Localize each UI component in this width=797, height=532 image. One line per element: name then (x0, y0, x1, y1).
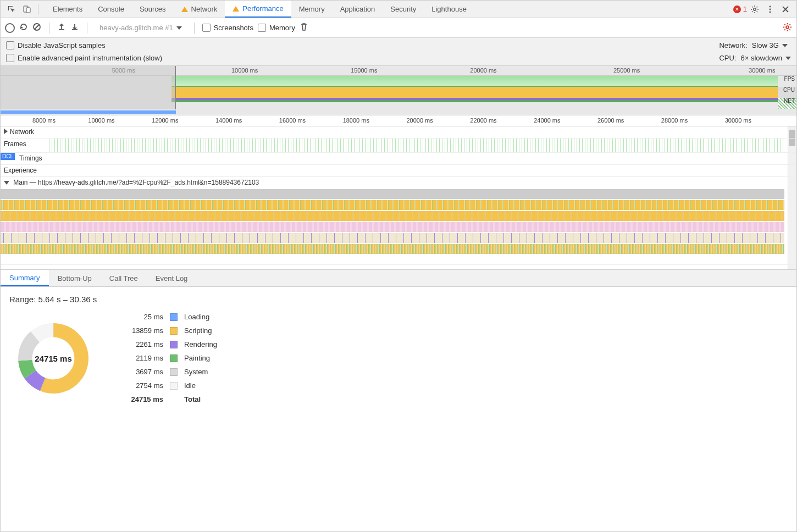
svg-rect-1 (26, 8, 30, 13)
svg-point-7 (786, 26, 789, 29)
capture-options: Disable JavaScript samples Enable advanc… (1, 38, 796, 66)
record-button[interactable] (5, 23, 15, 33)
ruler-tick: 30000 ms (749, 67, 775, 74)
checkbox-icon (6, 54, 14, 62)
ruler-tick: 10000 ms (88, 117, 114, 124)
legend-ms: 2261 ms (119, 340, 163, 348)
overview-timeline[interactable]: 5000 ms10000 ms15000 ms20000 ms25000 ms3… (1, 66, 796, 115)
network-label: Network: (719, 41, 747, 49)
flame-row[interactable] (1, 244, 784, 254)
flame-row[interactable] (1, 189, 784, 199)
ruler-tick: 14000 ms (215, 117, 242, 124)
summary-legend: 25 msLoading13859 msScripting2261 msRend… (119, 313, 217, 403)
timings-track[interactable]: DCL Timings (1, 153, 796, 165)
legend-label: System (184, 368, 217, 376)
ruler-tick: 20000 ms (406, 117, 433, 124)
checkbox-icon (258, 24, 266, 32)
svg-point-2 (754, 8, 756, 10)
experience-track[interactable]: Experience (1, 165, 796, 177)
checkbox-icon (202, 24, 211, 32)
trash-icon[interactable] (300, 23, 308, 33)
error-badge[interactable]: 1 (733, 5, 747, 13)
dcl-marker: DCL (1, 153, 15, 160)
flame-row[interactable] (1, 211, 784, 221)
tab-security[interactable]: Security (383, 1, 424, 18)
expand-icon[interactable] (4, 129, 8, 134)
chevron-down-icon (782, 44, 788, 47)
chevron-down-icon (176, 26, 182, 30)
inspect-icon[interactable] (4, 2, 19, 17)
ruler-tick: 12000 ms (152, 117, 178, 124)
flame-row[interactable] (1, 233, 784, 243)
overview-net-strip (1, 110, 176, 114)
details-tab-call-tree[interactable]: Call Tree (101, 270, 147, 286)
cpu-label: CPU: (719, 54, 736, 62)
screenshots-checkbox[interactable]: Screenshots (202, 24, 253, 32)
reload-icon[interactable] (19, 23, 28, 33)
main-thread-track[interactable]: Main — https://heavy-ads.glitch.me/?ad=%… (1, 177, 796, 265)
legend-label: Rendering (184, 340, 217, 348)
flame-row[interactable] (1, 200, 784, 210)
settings-gear-icon[interactable] (747, 2, 762, 17)
tab-application[interactable]: Application (333, 1, 383, 18)
legend-swatch (170, 368, 178, 376)
disable-js-checkbox[interactable]: Disable JavaScript samples (6, 41, 162, 49)
ruler-tick: 15000 ms (351, 67, 377, 74)
svg-point-4 (770, 8, 771, 10)
tab-performance[interactable]: Performance (225, 1, 291, 18)
ruler-tick: 28000 ms (661, 117, 688, 124)
legend-ms: 3697 ms (119, 368, 163, 376)
legend-ms: 2119 ms (119, 354, 163, 362)
legend-ms: 13859 ms (119, 326, 163, 335)
performance-toolbar: heavy-ads.glitch.me #1 Screenshots Memor… (1, 18, 796, 38)
memory-checkbox[interactable]: Memory (258, 24, 295, 32)
cpu-chart (171, 87, 778, 102)
svg-point-5 (770, 11, 771, 13)
tab-elements[interactable]: Elements (45, 1, 90, 18)
network-track[interactable]: Network (1, 126, 796, 138)
warning-icon (233, 6, 239, 12)
legend-ms: 25 ms (119, 313, 163, 321)
checkbox-icon (6, 41, 14, 49)
ruler-tick: 8000 ms (32, 117, 56, 124)
details-tab-bottom-up[interactable]: Bottom-Up (49, 270, 101, 286)
load-profile-icon[interactable] (57, 23, 66, 33)
summary-panel: Range: 5.64 s – 30.36 s 24715 ms 25 msLo… (1, 287, 796, 411)
network-throttle-select[interactable]: Slow 3G (752, 41, 788, 49)
ruler-tick: 10000 ms (231, 67, 258, 74)
capture-settings-gear-icon[interactable] (783, 23, 792, 34)
svg-point-3 (770, 5, 771, 7)
frames-track[interactable]: Frames (1, 138, 796, 153)
ruler-tick: 18000 ms (343, 117, 369, 124)
recording-select[interactable]: heavy-ads.glitch.me #1 (95, 24, 186, 32)
legend-swatch (170, 341, 178, 348)
tab-console[interactable]: Console (90, 1, 132, 18)
devtools-tabbar: ElementsConsoleSourcesNetworkPerformance… (1, 1, 796, 18)
tab-memory[interactable]: Memory (291, 1, 333, 18)
ruler-tick: 16000 ms (279, 117, 306, 124)
tab-lighthouse[interactable]: Lighthouse (424, 1, 474, 18)
more-icon[interactable] (762, 2, 778, 17)
save-profile-icon[interactable] (70, 23, 79, 33)
collapse-icon[interactable] (4, 181, 9, 185)
flame-row[interactable] (1, 222, 784, 232)
range-label: Range: 5.64 s – 30.36 s (9, 295, 788, 304)
legend-swatch (170, 313, 178, 321)
tab-sources[interactable]: Sources (132, 1, 174, 18)
device-toggle-icon[interactable] (19, 2, 35, 17)
legend-ms: 2754 ms (119, 381, 163, 390)
tab-network[interactable]: Network (174, 1, 225, 18)
overview-selection[interactable] (1, 66, 176, 109)
ruler-tick: 22000 ms (470, 117, 496, 124)
flame-ruler[interactable]: 8000 ms10000 ms12000 ms14000 ms16000 ms1… (1, 115, 796, 126)
clear-icon[interactable] (32, 23, 41, 33)
cpu-throttle-select[interactable]: 6× slowdown (740, 54, 791, 62)
ruler-tick: 25000 ms (613, 67, 640, 74)
overview-side-labels: FPS CPU NET (778, 76, 796, 109)
main-thread-url: https://heavy-ads.glitch.me/?ad=%2Fcpu%2… (38, 179, 259, 186)
details-tab-summary[interactable]: Summary (1, 270, 49, 286)
legend-label: Painting (184, 354, 217, 362)
paint-instrumentation-checkbox[interactable]: Enable advanced paint instrumentation (s… (6, 54, 162, 62)
details-tab-event-log[interactable]: Event Log (147, 270, 197, 286)
close-icon[interactable] (778, 2, 793, 17)
